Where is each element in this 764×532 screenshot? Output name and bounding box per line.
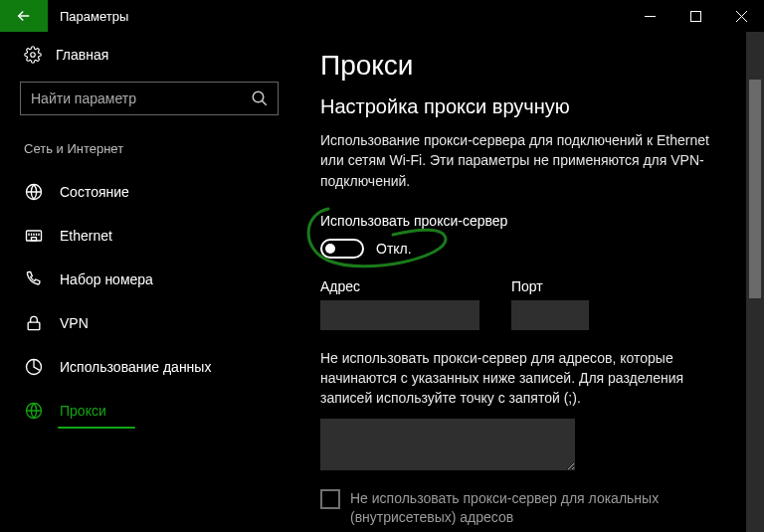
nav-label: Прокси	[60, 403, 106, 419]
nav-label: Ethernet	[60, 228, 112, 244]
address-field: Адрес	[320, 278, 479, 330]
titlebar: Параметры	[0, 0, 764, 32]
proxy-icon	[24, 401, 44, 421]
arrow-left-icon	[15, 7, 33, 25]
maximize-icon	[690, 11, 701, 22]
search-wrap	[20, 82, 279, 115]
nav-label: Набор номера	[60, 271, 153, 287]
maximize-button[interactable]	[672, 0, 718, 32]
nav-label: Состояние	[60, 184, 129, 200]
scrollbar[interactable]	[746, 32, 764, 532]
port-input[interactable]	[511, 300, 589, 330]
local-bypass-label: Не использовать прокси-сервер для локаль…	[350, 489, 708, 527]
svg-rect-7	[32, 238, 37, 241]
page-title: Прокси	[320, 50, 748, 82]
home-label: Главная	[56, 47, 108, 63]
back-button[interactable]	[0, 0, 48, 32]
section-description: Использование прокси-сервера для подключ…	[320, 130, 728, 191]
port-label: Порт	[511, 278, 589, 294]
vpn-icon	[24, 313, 44, 333]
svg-line-4	[262, 100, 267, 105]
nav-item-datausage[interactable]: Использование данных	[20, 345, 279, 389]
minimize-button[interactable]	[627, 0, 672, 32]
search-input[interactable]	[20, 82, 279, 115]
exclusions-description: Не использовать прокси-сервер для адресо…	[320, 348, 728, 409]
scroll-thumb[interactable]	[749, 80, 761, 298]
toggle-knob	[325, 244, 335, 254]
address-input[interactable]	[320, 300, 479, 330]
nav-item-vpn[interactable]: VPN	[20, 301, 279, 345]
minimize-icon	[645, 11, 656, 22]
svg-rect-8	[28, 322, 40, 330]
svg-rect-0	[645, 16, 656, 17]
active-underline	[58, 427, 135, 429]
svg-point-3	[253, 91, 264, 102]
status-icon	[24, 182, 44, 202]
local-bypass-checkbox[interactable]	[320, 489, 340, 509]
use-proxy-toggle[interactable]	[320, 239, 364, 259]
dialup-icon	[24, 269, 44, 289]
toggle-label: Использовать прокси-сервер	[320, 213, 748, 229]
nav-item-dialup[interactable]: Набор номера	[20, 258, 279, 301]
window-controls	[627, 0, 764, 32]
section-title: Настройка прокси вручную	[320, 95, 748, 118]
nav-list: Состояние Ethernet Набор номера VPN Испо…	[20, 170, 279, 433]
toggle-state: Откл.	[376, 241, 412, 257]
home-link[interactable]: Главная	[20, 46, 279, 64]
ethernet-icon	[24, 226, 44, 246]
window-title: Параметры	[60, 9, 128, 24]
nav-item-status[interactable]: Состояние	[20, 170, 279, 214]
svg-rect-1	[690, 11, 700, 21]
section-label: Сеть и Интернет	[20, 141, 279, 156]
nav-label: VPN	[60, 315, 89, 331]
port-field: Порт	[511, 278, 589, 330]
exclusions-input[interactable]	[320, 419, 575, 470]
sidebar: Главная Сеть и Интернет Состояние Ethern…	[0, 32, 298, 532]
address-label: Адрес	[320, 278, 479, 294]
main-content: Прокси Настройка прокси вручную Использо…	[298, 32, 764, 532]
datausage-icon	[24, 357, 44, 377]
close-button[interactable]	[718, 0, 764, 32]
gear-icon	[24, 46, 42, 64]
close-icon	[736, 11, 747, 22]
svg-point-2	[31, 53, 36, 58]
nav-item-ethernet[interactable]: Ethernet	[20, 214, 279, 258]
nav-label: Использование данных	[60, 359, 211, 375]
search-icon	[251, 89, 269, 107]
